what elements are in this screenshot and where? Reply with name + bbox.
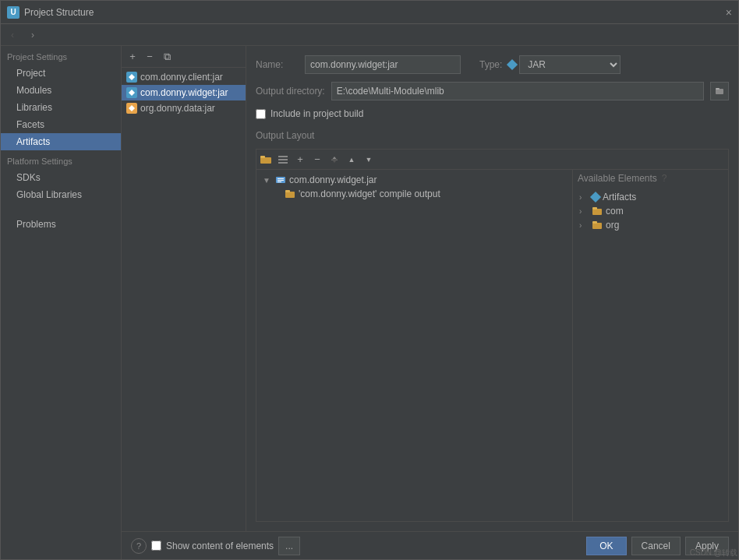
jar-icon-data <box>126 103 137 114</box>
add-artifact-button[interactable]: + <box>125 49 140 65</box>
artifact-label-data: org.donny.data:jar <box>140 103 215 114</box>
bottom-bar: ? Show content of elements ... OK Cancel… <box>122 531 738 559</box>
back-button[interactable]: ‹ <box>4 27 21 43</box>
artifact-label-widget: com.donny.widget:jar <box>140 87 228 98</box>
name-type-row: Name: Type: JAR <box>256 55 729 74</box>
available-item-com[interactable]: › com <box>576 204 725 218</box>
svg-marker-2 <box>129 105 135 111</box>
svg-rect-9 <box>278 162 288 164</box>
show-content-checkbox[interactable] <box>151 541 161 551</box>
sidebar-item-facets[interactable]: Facets <box>1 116 121 133</box>
dialog-title: Project Structure <box>24 7 94 18</box>
available-elements-title: Available Elements <box>578 173 657 184</box>
svg-rect-13 <box>278 178 284 179</box>
flat-view-button[interactable] <box>275 152 291 167</box>
output-dir-row: Output directory: <box>256 82 729 100</box>
copy-artifact-button[interactable]: ⧉ <box>159 49 175 65</box>
titlebar-left: U Project Structure <box>7 6 94 19</box>
available-artifacts-chevron: › <box>579 193 589 202</box>
artifact-list-panel: + − ⧉ com.donny.client:jar <box>122 46 246 531</box>
add-output-button[interactable]: + <box>292 152 308 167</box>
folder-view-button[interactable] <box>258 152 274 167</box>
svg-rect-16 <box>285 192 295 198</box>
sidebar-item-modules[interactable]: Modules <box>1 82 121 99</box>
svg-rect-17 <box>285 190 290 192</box>
available-tree: › Artifacts › <box>573 187 728 521</box>
svg-marker-1 <box>129 90 135 96</box>
output-dir-label: Output directory: <box>256 86 325 97</box>
move-up-button[interactable]: ▲ <box>344 152 359 167</box>
forward-button[interactable]: › <box>24 27 41 43</box>
svg-rect-18 <box>592 209 602 215</box>
sidebar-item-libraries[interactable]: Libraries <box>1 99 121 116</box>
include-build-label: Include in project build <box>270 108 363 119</box>
tree-child-label: 'com.donny.widget' compile output <box>299 188 440 199</box>
nav-bar: ‹ › <box>1 24 738 46</box>
svg-marker-0 <box>129 74 135 80</box>
jar-icon-client <box>126 72 137 83</box>
browse-dir-button[interactable] <box>710 82 729 100</box>
type-label: Type: <box>479 59 502 70</box>
artifact-toolbar: + − ⧉ <box>122 46 246 68</box>
available-item-artifacts[interactable]: › Artifacts <box>576 190 725 204</box>
svg-rect-15 <box>278 181 281 182</box>
available-item-org[interactable]: › org <box>576 218 725 232</box>
jar-icon-widget <box>126 87 137 98</box>
tree-root-label: com.donny.widget.jar <box>289 174 377 185</box>
project-settings-label: Project Settings <box>1 46 121 65</box>
remove-output-button[interactable]: − <box>309 152 325 167</box>
sidebar-item-project[interactable]: Project <box>1 65 121 82</box>
artifact-item-client[interactable]: com.donny.client:jar <box>122 69 246 85</box>
svg-rect-3 <box>716 89 723 94</box>
svg-rect-6 <box>260 156 265 158</box>
available-org-chevron: › <box>579 221 589 230</box>
available-com-chevron: › <box>579 207 589 216</box>
tree-root-item[interactable]: ▼ com.donny.widget.jar <box>260 173 569 187</box>
sidebar-item-artifacts[interactable]: Artifacts <box>1 133 121 150</box>
project-structure-dialog: U Project Structure × ‹ › Project Settin… <box>0 0 739 560</box>
available-org-label: org <box>606 220 619 231</box>
close-button[interactable]: × <box>726 6 732 19</box>
move-down-button[interactable]: ▼ <box>361 152 377 167</box>
sidebar: Project Settings Project Modules Librari… <box>1 46 122 559</box>
sort-button[interactable] <box>327 152 342 167</box>
sidebar-item-problems[interactable]: Problems <box>1 216 121 233</box>
app-icon: U <box>7 6 19 19</box>
show-content-label: Show content of elements <box>166 541 274 551</box>
cancel-button[interactable]: Cancel <box>631 537 681 555</box>
ellipsis-button[interactable]: ... <box>278 537 300 555</box>
type-icon <box>507 59 518 70</box>
type-select[interactable]: JAR <box>519 55 621 74</box>
artifact-item-data[interactable]: org.donny.data:jar <box>122 100 246 116</box>
available-artifacts-label: Artifacts <box>603 192 636 203</box>
name-input[interactable] <box>305 55 461 74</box>
name-label: Name: <box>256 59 299 70</box>
available-help-icon: ? <box>662 173 667 184</box>
svg-rect-8 <box>278 159 288 160</box>
include-build-checkbox[interactable] <box>256 109 266 119</box>
tree-child-item[interactable]: 'com.donny.widget' compile output <box>260 187 569 201</box>
include-build-row: Include in project build <box>256 108 729 119</box>
artifact-item-widget[interactable]: com.donny.widget:jar <box>122 85 246 100</box>
sidebar-item-global-libraries[interactable]: Global Libraries <box>1 186 121 203</box>
available-com-label: com <box>606 206 624 217</box>
svg-rect-21 <box>592 221 597 224</box>
svg-rect-19 <box>592 207 597 210</box>
output-dir-input[interactable] <box>331 82 704 100</box>
main-content: Project Settings Project Modules Librari… <box>1 46 738 559</box>
watermark: CSDN @转载 <box>690 548 737 558</box>
bottom-left: ? Show content of elements ... <box>131 537 300 555</box>
config-panel: Name: Type: JAR Output directory: <box>246 46 738 531</box>
panel-body: + − ⧉ com.donny.client:jar <box>122 46 738 531</box>
output-tree: ▼ com.donny.widget.jar <box>256 170 572 521</box>
remove-artifact-button[interactable]: − <box>142 49 157 65</box>
platform-settings-label: Platform Settings <box>1 150 121 169</box>
help-button[interactable]: ? <box>131 538 147 554</box>
sidebar-item-sdks[interactable]: SDKs <box>1 169 121 186</box>
tree-root-chevron: ▼ <box>263 176 272 185</box>
available-elements-panel: Available Elements ? › Artifacts <box>572 170 728 521</box>
available-elements-header: Available Elements ? <box>573 170 728 187</box>
svg-rect-7 <box>278 156 288 157</box>
artifact-list: com.donny.client:jar com.donny.widget:ja… <box>122 68 246 531</box>
ok-button[interactable]: OK <box>586 537 626 555</box>
